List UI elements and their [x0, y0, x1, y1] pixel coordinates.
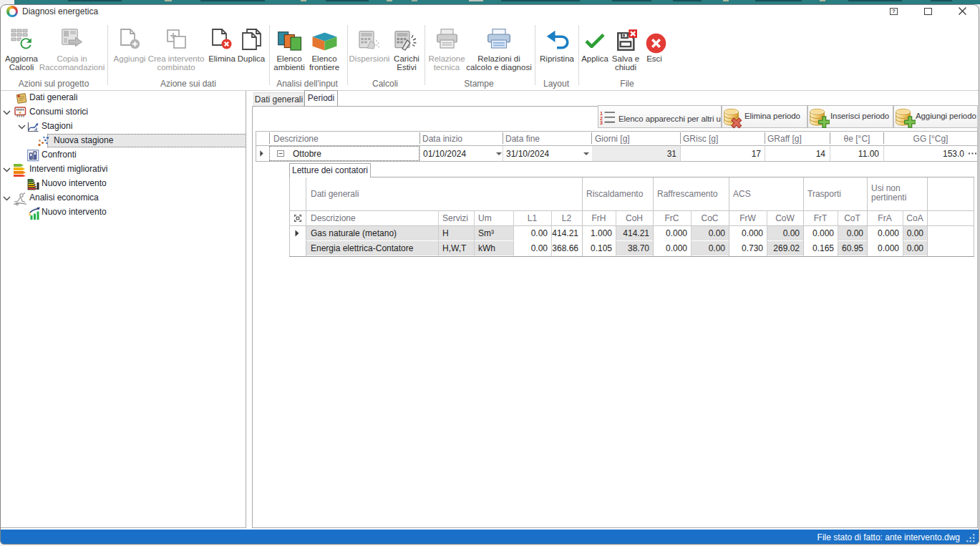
- svg-text:3: 3: [600, 120, 603, 125]
- svg-text:1: 1: [600, 111, 603, 116]
